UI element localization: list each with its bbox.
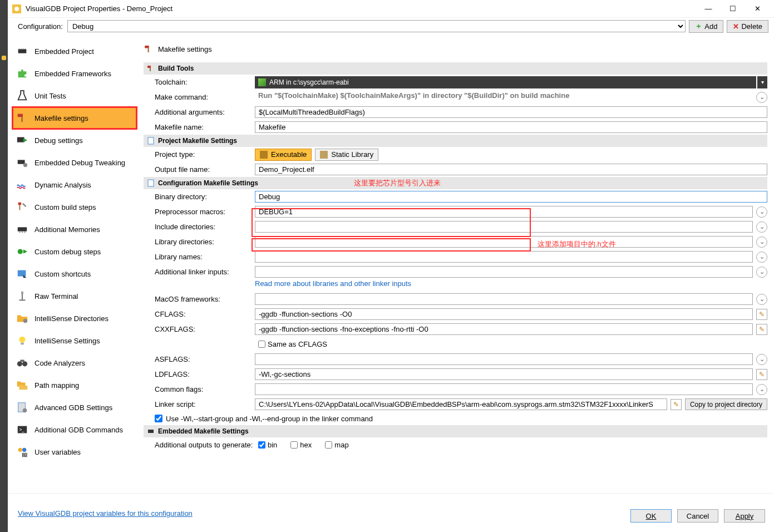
common-flags-input[interactable]	[255, 383, 753, 395]
label-output-file-name: Output file name:	[155, 165, 255, 174]
expand-button[interactable]: ⌄	[756, 294, 767, 305]
sidebar-item-custom-shortcuts[interactable]: Custom shortcuts	[12, 263, 137, 285]
console-icon: >_	[16, 423, 29, 436]
makefile-name-input[interactable]	[255, 121, 767, 133]
chevron-down-icon[interactable]: ▾	[757, 76, 767, 88]
expand-button[interactable]: ⌄	[756, 92, 767, 103]
output-hex-checkbox[interactable]: hex	[290, 441, 312, 449]
output-bin-checkbox[interactable]: bin	[258, 441, 277, 449]
expand-button[interactable]: ⌄	[756, 354, 767, 365]
document-icon	[147, 179, 155, 187]
label-asflags: ASFLAGS:	[155, 355, 255, 363]
chip-icon	[16, 45, 29, 58]
dialog-footer: View VisualGDB project variables for thi…	[8, 493, 774, 532]
library-names-input[interactable]	[255, 251, 753, 263]
pencil-icon[interactable]: ✎	[756, 324, 767, 335]
pencil-icon[interactable]: ✎	[756, 369, 767, 380]
label-library-directories: Library directories:	[155, 238, 255, 246]
cxxflags-input[interactable]	[255, 323, 753, 335]
sidebar-item-additional-memories[interactable]: Additional Memories	[12, 218, 137, 240]
puzzle-icon	[16, 67, 29, 80]
readmore-link[interactable]: Read more about libraries and other link…	[255, 279, 411, 288]
sidebar-item-embedded-project[interactable]: Embedded Project	[12, 40, 137, 62]
terminal-icon	[16, 289, 29, 303]
cflags-input[interactable]	[255, 308, 753, 320]
label-linker-script: Linker script:	[155, 400, 255, 408]
linker-script-input[interactable]	[255, 398, 667, 410]
svg-point-32	[23, 408, 27, 412]
sidebar-item-unit-tests[interactable]: Unit Tests	[12, 85, 137, 107]
label-preprocessor-macros: Preprocessor macros:	[155, 208, 255, 216]
apply-button[interactable]: Apply	[724, 509, 765, 523]
output-file-name-input[interactable]	[255, 164, 767, 175]
macos-frameworks-input[interactable]	[255, 293, 753, 305]
sidebar-item-dynamic-analysis[interactable]: Dynamic Analysis	[12, 174, 137, 196]
make-command-text: Run "$(ToolchainMake) $(ToolchainMakeArg…	[255, 91, 753, 103]
view-variables-link[interactable]: View VisualGDB project variables for thi…	[18, 509, 193, 518]
svg-marker-10	[23, 138, 27, 142]
section-project-makefile: Project Makefile Settings	[144, 135, 767, 147]
preprocessor-macros-input[interactable]	[255, 206, 753, 218]
expand-button[interactable]: ⌄	[756, 237, 767, 248]
svg-point-25	[23, 319, 27, 323]
cancel-button[interactable]: Cancel	[677, 509, 718, 523]
sidebar-item-embedded-frameworks[interactable]: Embedded Frameworks	[12, 62, 137, 85]
svg-rect-44	[260, 151, 268, 159]
sidebar-item-code-analyzers[interactable]: Code Analyzers	[12, 352, 137, 374]
expand-button[interactable]: ⌄	[756, 221, 767, 233]
additional-linker-inputs-input[interactable]	[255, 266, 753, 278]
ok-button[interactable]: OK	[630, 509, 672, 523]
sidebar-item-advanced-gdb-settings[interactable]: Advanced GDB Settings	[12, 396, 137, 418]
board-play-icon	[16, 134, 29, 147]
sidebar-item-label: Code Analyzers	[34, 359, 85, 367]
sidebar-item-additional-gdb-commands[interactable]: >_Additional GDB Commands	[12, 418, 137, 441]
svg-rect-41	[147, 66, 151, 68]
configuration-select[interactable]: Debug	[67, 20, 686, 32]
sidebar-item-user-variables[interactable]: {x}=User variables	[12, 441, 137, 463]
annotation-include-h-files: 这里添加项目中的.h文件	[538, 239, 616, 249]
sidebar-item-debug-settings[interactable]: Debug settings	[12, 129, 137, 151]
same-as-cflags-checkbox[interactable]: Same as CFLAGS	[258, 340, 327, 348]
maximize-button[interactable]: ☐	[721, 1, 745, 17]
sidebar-item-embedded-debug-tweaking[interactable]: Embedded Debug Tweaking	[12, 151, 137, 174]
pencil-icon[interactable]: ✎	[756, 309, 767, 320]
annotation-chip-model: 这里要把芯片型号引入进来	[354, 178, 441, 188]
sidebar: Embedded Project Embedded Frameworks Uni…	[8, 35, 140, 493]
label-library-names: Library names:	[155, 253, 255, 261]
sidebar-item-makefile-settings[interactable]: Makefile settings	[12, 107, 137, 129]
toolchain-selector[interactable]: ARM in c:\sysgcc\arm-eabi	[255, 76, 756, 88]
window-title: VisualGDB Project Properties - Demo_Proj…	[26, 4, 696, 13]
chip-gear-icon	[16, 156, 29, 169]
additional-args-input[interactable]	[255, 106, 767, 118]
sidebar-item-custom-debug-steps[interactable]: Custom debug steps	[12, 240, 137, 263]
label-additional-outputs: Additional outputs to generate:	[155, 441, 255, 449]
binary-directory-input[interactable]	[255, 191, 767, 203]
expand-button[interactable]: ⌄	[756, 252, 767, 263]
project-type-executable[interactable]: Executable	[255, 149, 312, 161]
expand-button[interactable]: ⌄	[756, 206, 767, 218]
expand-button[interactable]: ⌄	[756, 267, 767, 278]
sidebar-item-custom-build-steps[interactable]: Custom build steps	[12, 196, 137, 218]
sidebar-item-intellisense-directories[interactable]: IntelliSense Directories	[12, 307, 137, 329]
close-button[interactable]: ✕	[745, 1, 770, 17]
use-wl-group-checkbox[interactable]	[155, 415, 162, 422]
ldflags-input[interactable]	[255, 368, 753, 380]
output-map-checkbox[interactable]: map	[325, 441, 348, 449]
use-wl-group-label: Use -Wl,--start-group and -Wl,--end-grou…	[166, 415, 373, 423]
pencil-icon[interactable]: ✎	[671, 399, 682, 410]
sidebar-item-path-mapping[interactable]: Path mapping	[12, 374, 137, 396]
minimize-button[interactable]: —	[696, 1, 721, 17]
sidebar-item-intellisense-settings[interactable]: IntelliSense Settings	[12, 329, 137, 352]
sidebar-item-label: Custom debug steps	[34, 248, 101, 256]
sidebar-item-label: Dynamic Analysis	[34, 181, 91, 189]
expand-button[interactable]: ⌄	[756, 384, 767, 395]
copy-to-project-directory-button[interactable]: Copy to project directory	[685, 398, 767, 410]
sidebar-item-raw-terminal[interactable]: Raw Terminal	[12, 285, 137, 307]
hammer-icon	[144, 44, 154, 54]
project-type-static-library[interactable]: Static Library	[315, 149, 378, 161]
delete-configuration-button[interactable]: ✕Delete	[727, 20, 768, 33]
include-directories-input[interactable]	[255, 221, 753, 233]
add-configuration-button[interactable]: ＋Add	[689, 20, 723, 33]
library-directories-input[interactable]	[255, 236, 753, 248]
asflags-input[interactable]	[255, 353, 753, 365]
